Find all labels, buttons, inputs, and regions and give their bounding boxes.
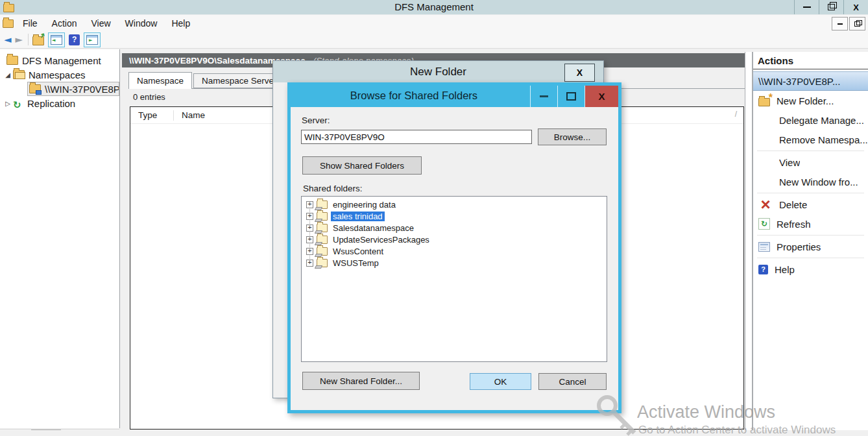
- show-console-tree-button[interactable]: [48, 32, 65, 47]
- toolbar: [0, 31, 868, 49]
- console-window-controls: [830, 17, 865, 30]
- expand-plus-icon[interactable]: [306, 236, 313, 243]
- help-icon: [758, 265, 768, 274]
- shared-folder-icon: [317, 247, 328, 256]
- minimize-button[interactable]: [794, 0, 819, 14]
- maximize-button[interactable]: [819, 0, 843, 14]
- actions-separator: [757, 235, 864, 236]
- forward-icon[interactable]: [16, 34, 23, 45]
- shared-folders-rows: engineering data sales trinidad Salesdat…: [302, 199, 607, 269]
- browse-shared-folders-dialog: Browse for Shared Folders Server: Browse…: [287, 82, 621, 413]
- namespace-icon: [29, 84, 41, 93]
- refresh-icon: [758, 218, 770, 230]
- action-item[interactable]: Refresh: [753, 214, 868, 234]
- tree-item-replication[interactable]: Replication: [4, 96, 75, 110]
- properties-icon: [758, 242, 770, 252]
- expand-plus-icon[interactable]: [306, 224, 313, 232]
- browse-dialog-controls: [530, 86, 618, 107]
- browse-dialog-title: Browse for Shared Folders: [291, 90, 537, 102]
- shared-folder-item[interactable]: UpdateServicesPackages: [302, 234, 607, 245]
- show-action-pane-button[interactable]: [84, 32, 101, 47]
- new-folder-dialog-titlebar[interactable]: New Folder: [273, 61, 603, 82]
- tree-item-namespace-server[interactable]: \\WIN-37P0VE8PV9O: [27, 82, 119, 96]
- actions-separator: [757, 151, 864, 151]
- menu-item[interactable]: Action: [45, 18, 84, 29]
- toolbar-separator: [28, 34, 29, 45]
- tree-item-label: DFS Management: [22, 55, 101, 66]
- column-type[interactable]: Type: [138, 110, 173, 120]
- console-tree-pane: DFS Management Namespaces \\WIN-37P0VE8P…: [0, 49, 120, 428]
- column-name[interactable]: Name: [182, 110, 205, 120]
- dialog-maximize-button[interactable]: [557, 86, 585, 107]
- dialog-close-button[interactable]: [585, 86, 618, 107]
- show-shared-folders-button[interactable]: Show Shared Folders: [302, 156, 422, 175]
- new-shared-folder-button[interactable]: New Shared Folder...: [302, 372, 420, 390]
- replication-icon: [13, 99, 23, 107]
- shared-folder-name: UpdateServicesPackages: [331, 235, 431, 245]
- console-minimize-button[interactable]: [832, 17, 848, 30]
- cancel-button[interactable]: Cancel: [538, 373, 607, 390]
- status-bar: [0, 430, 868, 436]
- action-item[interactable]: Remove Namespa...: [753, 130, 868, 149]
- shared-folder-name: sales trinidad: [331, 212, 385, 221]
- action-item[interactable]: Help: [753, 260, 868, 279]
- shared-folder-name: WsusContent: [331, 247, 385, 256]
- console-restore-button[interactable]: [849, 17, 865, 30]
- server-label: Server:: [302, 115, 330, 125]
- new-folder-close-button[interactable]: [564, 64, 595, 82]
- expand-plus-icon[interactable]: [306, 248, 313, 255]
- close-icon: [853, 3, 859, 12]
- title-bar: DFS Management: [0, 0, 868, 15]
- window-title: DFS Management: [0, 1, 868, 12]
- minimize-icon: [540, 95, 548, 97]
- shared-folder-item[interactable]: WSUSTemp: [302, 257, 607, 269]
- help-icon[interactable]: [69, 34, 80, 45]
- expanded-arrow-icon[interactable]: [4, 71, 12, 79]
- action-item[interactable]: Properties: [753, 237, 868, 256]
- action-item[interactable]: Delegate Manage...: [753, 110, 868, 130]
- expand-plus-icon[interactable]: [306, 260, 313, 267]
- close-button[interactable]: [843, 0, 868, 14]
- new-folder-dialog-title: New Folder: [273, 66, 603, 79]
- shared-folder-name: WSUSTemp: [331, 258, 381, 268]
- close-icon: [577, 68, 583, 77]
- actions-list: New Folder... Delegate Manage... Remove …: [753, 91, 868, 279]
- collapsed-arrow-icon[interactable]: [4, 100, 12, 107]
- tab-namespace[interactable]: Namespace: [128, 72, 192, 89]
- column-filter-icon[interactable]: [735, 110, 737, 119]
- actions-pane: Actions \\WIN-37P0VE8P... New Folder... …: [753, 52, 868, 436]
- restore-icon: [828, 4, 835, 10]
- column-divider[interactable]: [173, 110, 174, 121]
- dialog-minimize-button[interactable]: [530, 86, 557, 107]
- tree-item-namespaces[interactable]: Namespaces: [4, 67, 86, 82]
- restore-icon: [854, 21, 860, 27]
- expand-plus-icon[interactable]: [306, 201, 313, 208]
- delete-icon: [758, 199, 773, 210]
- server-input[interactable]: [301, 130, 532, 144]
- menu-items: FileActionViewWindowHelp: [16, 15, 197, 31]
- shared-folder-item[interactable]: WsusContent: [302, 245, 607, 257]
- action-item[interactable]: Delete: [753, 195, 868, 214]
- console-root-icon: [6, 56, 18, 65]
- ok-button[interactable]: OK: [470, 373, 531, 390]
- shared-folder-item[interactable]: sales trinidad: [302, 210, 607, 222]
- action-item[interactable]: New Folder...: [753, 91, 868, 110]
- shared-folder-item[interactable]: Salesdatanamespace: [302, 222, 607, 234]
- shared-folder-icon: [317, 224, 328, 232]
- action-item[interactable]: New Window fro...: [753, 172, 868, 191]
- window-controls: [794, 0, 868, 14]
- menu-item[interactable]: Window: [118, 18, 165, 29]
- actions-context-header[interactable]: \\WIN-37P0VE8P...: [753, 71, 868, 91]
- export-list-icon[interactable]: [32, 36, 44, 45]
- menu-item[interactable]: File: [16, 18, 45, 29]
- menu-item[interactable]: View: [84, 18, 117, 29]
- shared-folder-item[interactable]: engineering data: [302, 199, 607, 210]
- expand-plus-icon[interactable]: [306, 213, 313, 220]
- action-item[interactable]: View: [753, 152, 868, 172]
- menu-item[interactable]: Help: [164, 18, 197, 29]
- pane-splitter[interactable]: [745, 52, 753, 436]
- back-icon[interactable]: [4, 34, 12, 45]
- browse-dialog-titlebar[interactable]: Browse for Shared Folders: [291, 86, 618, 107]
- browse-button[interactable]: Browse...: [538, 128, 607, 145]
- tree-item-dfs-management[interactable]: DFS Management: [5, 53, 101, 67]
